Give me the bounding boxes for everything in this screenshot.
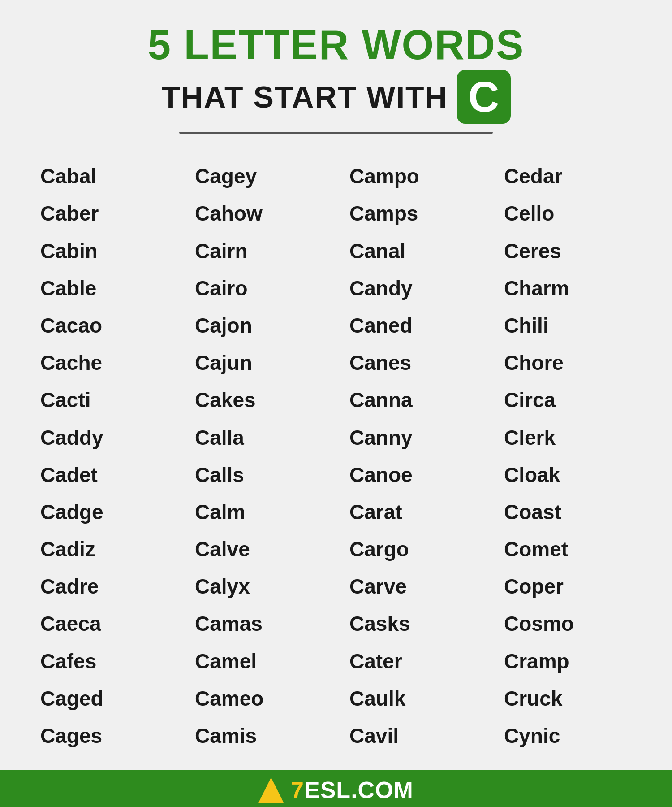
word-item: Chore [491, 347, 645, 379]
word-item: Circa [491, 384, 645, 416]
word-item: Calve [181, 534, 336, 565]
word-item: Coper [491, 571, 645, 603]
word-item: Cavil [336, 720, 491, 752]
divider [179, 132, 493, 134]
logo-icon [258, 777, 284, 803]
main-content: 5 LETTER WORDS THAT START WITH C CabalCa… [0, 0, 672, 770]
word-grid: CabalCageyCampoCedarCaberCahowCampsCello… [27, 161, 645, 752]
word-item: Charm [491, 273, 645, 304]
word-item: Calyx [181, 571, 336, 603]
word-item: Canal [336, 235, 491, 267]
word-item: Cabin [27, 235, 181, 267]
word-item: Caber [27, 198, 181, 230]
word-item: Comet [491, 534, 645, 565]
word-item: Cello [491, 198, 645, 230]
word-item: Caged [27, 683, 181, 715]
word-item: Cafes [27, 646, 181, 677]
letter-c-badge: C [457, 70, 511, 124]
footer-seven: 7 [291, 777, 304, 803]
title-section: 5 LETTER WORDS THAT START WITH C [27, 22, 645, 147]
word-item: Campo [336, 161, 491, 192]
word-item: Cadre [27, 571, 181, 603]
title-line1: 5 LETTER WORDS [148, 22, 525, 68]
word-item: Cagey [181, 161, 336, 192]
word-item: Camel [181, 646, 336, 677]
word-item: Calla [181, 422, 336, 454]
word-item: Chili [491, 310, 645, 342]
word-item: Cadiz [27, 534, 181, 565]
word-item: Camas [181, 608, 336, 640]
word-item: Cater [336, 646, 491, 677]
word-item: Cosmo [491, 608, 645, 640]
word-item: Cedar [491, 161, 645, 192]
word-item: Cameo [181, 683, 336, 715]
word-item: Cahow [181, 198, 336, 230]
word-item: Canna [336, 384, 491, 416]
word-item: Cramp [491, 646, 645, 677]
word-item: Ceres [491, 235, 645, 267]
word-item: Cloak [491, 459, 645, 491]
word-item: Candy [336, 273, 491, 304]
word-item: Cynic [491, 720, 645, 752]
word-item: Canny [336, 422, 491, 454]
word-item: Cache [27, 347, 181, 379]
word-item: Camps [336, 198, 491, 230]
footer: 7ESL.COM [0, 770, 672, 807]
word-item: Canes [336, 347, 491, 379]
word-item: Cajun [181, 347, 336, 379]
word-item: Carve [336, 571, 491, 603]
word-item: Caulk [336, 683, 491, 715]
title-line2-text: THAT START WITH [161, 79, 448, 114]
word-item: Canoe [336, 459, 491, 491]
word-item: Calm [181, 496, 336, 528]
footer-esl: ESL.COM [304, 777, 414, 803]
word-item: Caned [336, 310, 491, 342]
word-item: Cabal [27, 161, 181, 192]
word-item: Carat [336, 496, 491, 528]
word-item: Calls [181, 459, 336, 491]
word-item: Coast [491, 496, 645, 528]
word-item: Cacti [27, 384, 181, 416]
word-item: Caeca [27, 608, 181, 640]
word-item: Camis [181, 720, 336, 752]
word-item: Cadge [27, 496, 181, 528]
word-item: Cages [27, 720, 181, 752]
word-item: Cairo [181, 273, 336, 304]
word-item: Cargo [336, 534, 491, 565]
word-item: Cajon [181, 310, 336, 342]
word-item: Clerk [491, 422, 645, 454]
word-item: Cruck [491, 683, 645, 715]
word-item: Cakes [181, 384, 336, 416]
word-item: Cadet [27, 459, 181, 491]
footer-logo-text: 7ESL.COM [291, 777, 414, 803]
word-item: Caddy [27, 422, 181, 454]
word-item: Cairn [181, 235, 336, 267]
word-item: Casks [336, 608, 491, 640]
word-item: Cacao [27, 310, 181, 342]
title-line2-row: THAT START WITH C [161, 70, 510, 124]
word-item: Cable [27, 273, 181, 304]
